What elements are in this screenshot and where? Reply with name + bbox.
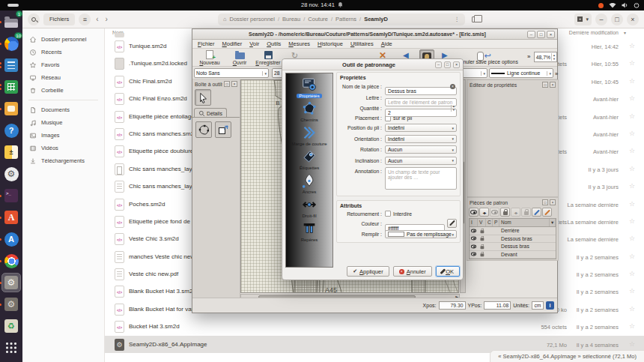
- dock-item-app-grid[interactable]: [2, 339, 20, 357]
- dialog-nav-properties[interactable]: Propriétés: [287, 76, 332, 98]
- panel-float-button[interactable]: □: [542, 199, 548, 205]
- piece-visible-cell[interactable]: [470, 253, 477, 256]
- hide-piece-button[interactable]: [490, 208, 499, 217]
- favorite-star-icon[interactable]: ☆: [629, 130, 635, 137]
- quantity-down-icon[interactable]: ▼: [452, 109, 456, 112]
- favorite-star-icon[interactable]: ☆: [629, 94, 635, 102]
- panel-float-button[interactable]: □: [542, 82, 548, 88]
- favorite-star-icon[interactable]: ☆: [629, 322, 635, 330]
- dock-item-app-blue-a[interactable]: A: [2, 230, 20, 248]
- seamly-maximize-button[interactable]: □: [537, 31, 545, 38]
- panel-close-button[interactable]: ×: [550, 199, 556, 205]
- seamly2d-titlebar[interactable]: Seamly2D - /home/eric/Bureau/Couture/Pat…: [192, 29, 557, 40]
- toolbar-overflow-icon[interactable]: »: [527, 53, 530, 60]
- breadcrumb-segment[interactable]: Dossier personnel: [229, 16, 274, 22]
- dialog-nav-anchors[interactable]: Ancres: [287, 172, 332, 194]
- sidebar-item-document[interactable]: Documents: [22, 103, 104, 116]
- menu-mesures[interactable]: Mesures: [285, 40, 314, 47]
- menu-outils[interactable]: Outils: [263, 40, 285, 47]
- dock-item-firefox[interactable]: 10: [2, 34, 20, 52]
- breadcrumb-segment[interactable]: Patterns: [335, 16, 356, 22]
- window-close-button[interactable]: ×: [627, 13, 639, 25]
- info-button[interactable]: i: [546, 301, 554, 310]
- dock-item-calc[interactable]: [2, 78, 20, 96]
- favorite-star-icon[interactable]: ☆: [629, 182, 635, 190]
- file-row[interactable]: Bucket Hat 3.sm2d554 octetsIl y a 2 sema…: [105, 318, 644, 335]
- dialog-nav-notches[interactable]: Repères: [287, 220, 332, 242]
- favorite-star-icon[interactable]: ☆: [629, 200, 635, 208]
- favorite-star-icon[interactable]: ☆: [629, 217, 635, 225]
- open-button[interactable]: Ouvrir: [225, 49, 254, 66]
- piece-row[interactable]: Dessous bras: [470, 235, 556, 244]
- favorite-star-icon[interactable]: ☆: [629, 165, 635, 172]
- lock-piece-button[interactable]: [500, 208, 510, 217]
- apply-button[interactable]: ✔Appliquer: [347, 266, 389, 277]
- pieces-column-i[interactable]: I: [470, 219, 478, 226]
- panel-close-button[interactable]: ×: [231, 81, 237, 87]
- favorite-star-icon[interactable]: ☆: [629, 305, 635, 313]
- dock-item-seamly2d[interactable]: ⚙: [2, 274, 20, 292]
- view-toggle[interactable]: ▾: [574, 13, 592, 25]
- dialog-maximize-button[interactable]: □: [444, 61, 451, 68]
- clear-name-icon[interactable]: ×: [450, 84, 455, 89]
- dock-item-trash[interactable]: ♻: [2, 317, 20, 335]
- app-menu-button[interactable]: Fichiers: [43, 13, 75, 25]
- menu-aide[interactable]: Aide: [377, 40, 396, 47]
- seamly-close-button[interactable]: ×: [547, 31, 555, 38]
- edit-piece-button[interactable]: [532, 208, 541, 217]
- sidebar-item-trash[interactable]: Corbeille: [22, 84, 104, 97]
- dialog-nav-paths[interactable]: Chemins: [287, 100, 332, 122]
- fill-select[interactable]: Pas de remplissage▾: [385, 230, 457, 238]
- format-overflow-icon[interactable]: »: [555, 70, 558, 77]
- pieces-column-caret-icon[interactable]: ▾: [550, 219, 556, 226]
- favorite-star-icon[interactable]: ☆: [629, 42, 635, 49]
- edit-seamline-button[interactable]: [542, 208, 552, 217]
- piece-lock-cell[interactable]: [479, 252, 485, 256]
- piece-visible-cell[interactable]: [470, 229, 477, 232]
- dock-item-writer[interactable]: [2, 56, 20, 74]
- piece-row[interactable]: Devant: [470, 251, 556, 259]
- breadcrumb-segment[interactable]: Couture: [308, 16, 328, 22]
- favorite-star-icon[interactable]: ☆: [629, 253, 635, 260]
- piece-row[interactable]: Derrière: [470, 227, 556, 235]
- favorite-star-icon[interactable]: ☆: [629, 112, 635, 120]
- favorite-star-icon[interactable]: ☆: [629, 235, 635, 242]
- new-tab-icon[interactable]: [472, 16, 479, 22]
- favorite-star-icon[interactable]: ☆: [629, 287, 635, 295]
- column-header-modified[interactable]: Dernière modification: [569, 30, 619, 35]
- dialog-nav-grainline[interactable]: Droit-fil: [287, 196, 332, 218]
- pieces-column-nom[interactable]: Nom: [499, 219, 550, 226]
- breadcrumb-segment[interactable]: SeamlyD: [364, 16, 388, 22]
- menu-fichier[interactable]: Fichier: [194, 40, 219, 47]
- favorite-star-icon[interactable]: ☆: [629, 340, 635, 348]
- seamly-minimize-button[interactable]: –: [527, 31, 535, 38]
- mirror-all-button[interactable]: ◂▸: [511, 208, 520, 217]
- pieces-column-p[interactable]: P: [493, 219, 499, 226]
- dialog-close-button[interactable]: ×: [453, 61, 460, 68]
- annotation-textarea[interactable]: [385, 167, 457, 190]
- fold-position-select[interactable]: Indéfini▾: [385, 124, 457, 132]
- menu-utilitaires[interactable]: Utilitaires: [347, 40, 377, 47]
- dialog-nav-labels[interactable]: Étiquettes: [287, 148, 332, 170]
- dock-item-files[interactable]: 1: [2, 13, 20, 31]
- piece-lock-cell[interactable]: [479, 236, 485, 241]
- sidebar-item-image[interactable]: Images: [22, 129, 104, 142]
- dialog-titlebar[interactable]: Outil de patronnage – □ ×: [282, 59, 463, 70]
- dock-item-impress[interactable]: [2, 100, 20, 118]
- piece-visible-cell[interactable]: [470, 244, 477, 248]
- favorite-star-icon[interactable]: ☆: [629, 147, 635, 154]
- pieces-column-c[interactable]: C: [486, 219, 493, 226]
- hamburger-menu-button[interactable]: ≡: [79, 13, 91, 25]
- panel-close-button[interactable]: ×: [550, 82, 556, 88]
- sidebar-item-star[interactable]: Favoris: [22, 58, 104, 71]
- mirror-piece-button[interactable]: ◂▸: [479, 208, 489, 217]
- forbid-flip-checkbox[interactable]: [385, 211, 391, 217]
- dialog-minimize-button[interactable]: –: [435, 61, 442, 68]
- zoom-down-icon[interactable]: ▼: [552, 57, 556, 61]
- tilt-select[interactable]: Aucun▾: [385, 157, 457, 165]
- piece-row[interactable]: Dessus bras: [470, 243, 556, 251]
- quantity-stepper[interactable]: [385, 109, 457, 117]
- piece-tool-button[interactable]: [195, 121, 212, 138]
- back-button[interactable]: ‹: [94, 15, 100, 23]
- eyedropper-button[interactable]: [447, 219, 457, 228]
